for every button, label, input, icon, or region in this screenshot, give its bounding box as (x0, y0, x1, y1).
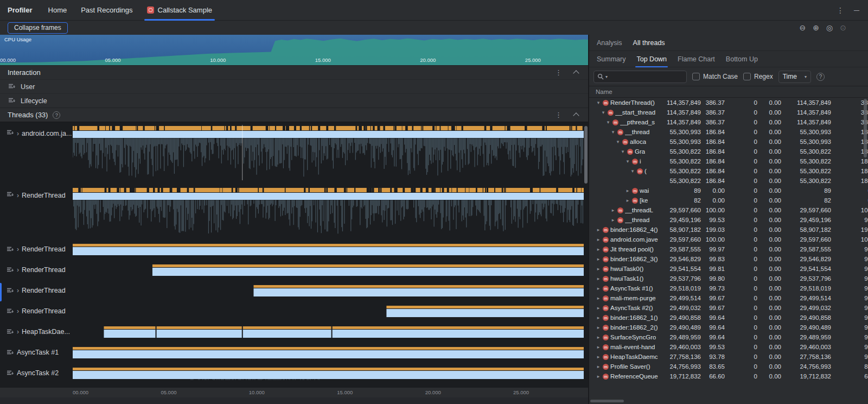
tree-table-row[interactable]: ▸mhwuiTask1()29,537,79699.8000.0029,537,… (595, 274, 868, 283)
tree-table-row[interactable]: 55,300,822186.8400.0055,300,822186.84 (595, 176, 868, 186)
thread-timeline[interactable] (73, 345, 584, 359)
minimize-icon[interactable]: ─ (854, 6, 859, 15)
chevron-down-icon[interactable]: ▾ (596, 100, 601, 105)
checkbox-icon[interactable] (692, 73, 700, 80)
tab-home[interactable]: Home (41, 0, 74, 20)
thread-timeline[interactable] (73, 283, 584, 298)
thread-timeline[interactable] (73, 125, 584, 180)
chevron-down-icon[interactable]: ▾ (615, 139, 621, 144)
chevron-right-icon[interactable]: ▸ (596, 247, 601, 252)
collapse-frames-button[interactable]: Collapse frames (8, 22, 68, 34)
checkbox-icon[interactable] (743, 73, 751, 80)
search-input[interactable] (609, 73, 683, 80)
thread-timeline[interactable] (73, 187, 584, 236)
chevron-right-icon[interactable]: ▸ (596, 286, 601, 291)
chevron-right-icon[interactable]: ▸ (596, 295, 601, 301)
section-options-icon[interactable]: ⋮ (555, 68, 562, 77)
tab-analysis[interactable]: Analysis (591, 35, 628, 50)
tab-callstack-sample[interactable]: Callstack Sample (140, 0, 219, 20)
tree-table-row[interactable]: ▾mi55,300,822186.8400.0055,300,822186.84 (595, 156, 868, 166)
tree-table-row[interactable]: ▸mmali-mem-purge29,499,51499.6700.0029,4… (595, 293, 868, 303)
chevron-right-icon[interactable]: › (17, 266, 19, 274)
chevron-right-icon[interactable]: ▸ (596, 354, 601, 359)
tree-table-row[interactable]: ▸mProfile Saver()24,756,99383.6500.0024,… (595, 362, 868, 371)
reset-zoom-icon[interactable]: ◎ (826, 23, 833, 32)
chevron-right-icon[interactable]: ▸ (625, 188, 630, 193)
tree-table-row[interactable]: ▸mbinder:16862_4()58,907,182199.0300.005… (595, 225, 868, 235)
section-options-icon[interactable]: ⋮ (555, 111, 562, 119)
chevron-right-icon[interactable]: › (17, 130, 19, 137)
tree-table-row[interactable]: ▸mmali-event-hand29,460,00399.5300.0029,… (595, 342, 868, 352)
thread-track[interactable]: ›HeapTaskDae... (0, 325, 588, 339)
chevron-right-icon[interactable]: ▸ (596, 344, 601, 350)
thread-timeline[interactable] (73, 325, 584, 339)
regex-checkbox[interactable]: Regex (743, 73, 773, 80)
table-vertical-scrollbar[interactable] (864, 99, 867, 157)
chevron-right-icon[interactable]: › (17, 245, 19, 253)
match-case-checkbox[interactable]: Match Case (692, 73, 738, 80)
thread-timeline[interactable] (73, 242, 584, 256)
thread-track[interactable]: ›RenderThread (0, 304, 588, 318)
tab-top-down[interactable]: Top Down (631, 51, 672, 67)
tree-table-row[interactable]: ▾m__pthread_s114,357,849386.3700.00114,3… (595, 117, 868, 127)
chevron-right-icon[interactable]: ▸ (596, 334, 601, 340)
chevron-right-icon[interactable]: ▸ (596, 237, 601, 242)
timeline-vertical-scrollbar[interactable] (584, 126, 588, 184)
search-history-caret-icon[interactable]: ▾ (605, 74, 608, 79)
tree-table-row[interactable]: ▸mSurfaceSyncGro29,489,95999.6400.0029,4… (595, 332, 868, 342)
threads-help-icon[interactable]: ? (53, 111, 60, 119)
chevron-right-icon[interactable]: ▸ (625, 198, 630, 203)
chevron-down-icon[interactable]: ▾ (625, 159, 630, 164)
zoom-in-icon[interactable]: ⊕ (813, 23, 819, 32)
collapse-section-icon[interactable] (573, 112, 579, 118)
chevron-right-icon[interactable]: ▸ (596, 374, 601, 379)
thread-timeline[interactable] (73, 366, 584, 380)
chevron-right-icon[interactable]: › (17, 192, 19, 199)
thread-track[interactable]: ›android.com.ja... (0, 125, 588, 180)
thread-timeline[interactable] (73, 263, 584, 277)
tree-table-row[interactable]: ▸mwai890.0000.00890.00 (595, 186, 868, 195)
thread-track[interactable]: ›RenderThread (0, 187, 588, 236)
time-units-dropdown[interactable]: Time ▾ (778, 71, 811, 83)
chevron-right-icon[interactable]: ▸ (596, 315, 601, 320)
tree-table-row[interactable]: ▸mhwuiTask0()29,541,55499.8100.0029,541,… (595, 264, 868, 274)
tree-table-row[interactable]: ▾mGra55,300,822186.8400.0055,300,822186.… (595, 147, 868, 156)
thread-track[interactable]: ›RenderThread (0, 283, 588, 298)
tree-table-row[interactable]: ▾malloca55,300,993186.8400.0055,300,9931… (595, 137, 868, 147)
chevron-right-icon[interactable]: ▸ (596, 266, 601, 272)
chevron-down-icon[interactable]: ▾ (610, 129, 616, 135)
thread-timeline[interactable] (73, 304, 584, 318)
tree-table-row[interactable]: ▾mRenderThread()114,357,849386.3700.0011… (595, 98, 868, 108)
table-horizontal-scrollbar[interactable] (590, 400, 624, 402)
window-options-icon[interactable]: ⋮ (837, 6, 844, 15)
tree-table-row[interactable]: ▸mJit thread pool()29,587,55599.9700.002… (595, 244, 868, 254)
chevron-down-icon[interactable]: ▾ (620, 149, 626, 154)
zoom-out-icon[interactable]: ⊖ (800, 23, 806, 32)
tree-table-row[interactable]: ▸mbinder:16862_1()29,490,85899.6400.0029… (595, 313, 868, 323)
chevron-down-icon[interactable]: ▾ (630, 168, 635, 174)
chevron-right-icon[interactable]: › (17, 307, 19, 315)
thread-track[interactable]: ›RenderThread (0, 263, 588, 277)
tree-table-row[interactable]: ▾m__thread55,300,993186.8400.0055,300,99… (595, 127, 868, 137)
tree-table-row[interactable]: ▸mbinder:16862_3()29,546,82999.8300.0029… (595, 254, 868, 264)
chevron-down-icon[interactable]: ▾ (601, 110, 606, 115)
chevron-right-icon[interactable]: ▸ (596, 256, 601, 262)
zoom-to-selection-icon[interactable]: ⊙ (840, 23, 846, 32)
thread-track[interactable]: ›RenderThread (0, 242, 588, 256)
help-icon[interactable]: ? (816, 73, 825, 81)
tab-all-threads[interactable]: All threads (628, 35, 671, 50)
tree-table-row[interactable]: ▸mHeapTaskDaemc27,758,13693.7800.0027,75… (595, 352, 868, 362)
tree-table-row[interactable]: ▸mandroid.com.jave29,597,660100.0000.002… (595, 235, 868, 244)
collapse-section-icon[interactable] (573, 70, 579, 76)
interaction-row-lifecycle[interactable]: Lifecycle (0, 93, 588, 108)
chevron-down-icon[interactable]: ▾ (605, 119, 611, 125)
chevron-right-icon[interactable]: › (17, 287, 19, 294)
tree-table-row[interactable]: ▸mAsyncTask #2()29,499,03299.6700.0029,4… (595, 303, 868, 313)
tree-table-row[interactable]: ▸mAsyncTask #1()29,518,01999.7300.0029,5… (595, 283, 868, 293)
chevron-right-icon[interactable]: ▸ (596, 364, 601, 369)
tree-table-row[interactable]: ▸m__threadL29,597,660100.0000.0029,597,6… (595, 205, 868, 215)
chevron-right-icon[interactable]: ▸ (596, 227, 601, 232)
tree-table-row[interactable]: ▸m__thread29,459,19699.5300.0029,459,196… (595, 215, 868, 225)
chevron-right-icon[interactable]: ▸ (610, 217, 616, 223)
tree-table-row[interactable]: ▾m(55,300,822186.8400.0055,300,822186.84 (595, 166, 868, 176)
